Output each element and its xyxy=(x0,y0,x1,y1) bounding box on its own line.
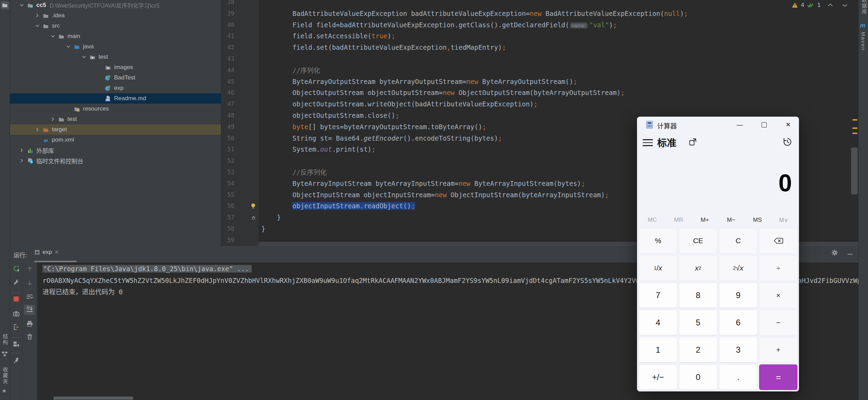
tree-item-3[interactable]: main xyxy=(10,31,221,41)
key-one[interactable]: 1 xyxy=(639,337,677,363)
maven-toolwindow-button[interactable]: Maven xyxy=(860,32,866,51)
layout-icon[interactable] xyxy=(13,341,19,347)
code-line-40[interactable]: 40Field field=badAttributeValueExpExcept… xyxy=(221,19,868,30)
run-tab-exp[interactable]: exp ✕ xyxy=(34,249,59,256)
editor-vertical-scrollbar[interactable] xyxy=(851,147,858,194)
key-three[interactable]: 3 xyxy=(719,337,757,363)
stripe-mark[interactable] xyxy=(852,133,857,134)
key-percent[interactable]: % xyxy=(639,228,677,254)
key-zero[interactable]: 0 xyxy=(679,364,717,390)
key-negate[interactable]: +/− xyxy=(639,364,677,390)
hide-panel-icon[interactable] xyxy=(848,254,852,255)
tree-item-9[interactable]: MDReadme.md xyxy=(10,93,221,104)
tree-item-12[interactable]: target xyxy=(10,124,221,135)
memory-recall-button[interactable]: MR xyxy=(665,215,692,226)
camera-icon[interactable] xyxy=(13,311,19,317)
key-clear-entry[interactable]: CE xyxy=(679,228,717,254)
tree-item-2[interactable]: src xyxy=(10,21,221,31)
key-eight[interactable]: 8 xyxy=(679,283,717,308)
code-line-47[interactable]: 47objectOutputStream.writeObject(badAttr… xyxy=(221,98,868,110)
fold-region-icon[interactable] xyxy=(251,215,256,220)
exit-icon[interactable] xyxy=(13,324,19,330)
chevron-down-icon[interactable] xyxy=(19,2,25,8)
keep-on-top-icon[interactable] xyxy=(688,137,697,146)
tree-item-1[interactable]: .idea xyxy=(10,10,221,21)
chevron-down-icon[interactable] xyxy=(81,54,87,60)
tree-item-0[interactable]: cc5D:\WebSecurity\CTF\JAVA\反序列化学习\cc5 xyxy=(10,0,221,10)
key-reciprocal[interactable]: 1/x xyxy=(639,255,677,281)
scroll-to-end-icon[interactable] xyxy=(27,306,33,313)
chevron-down-icon[interactable] xyxy=(50,34,56,39)
tree-item-8[interactable]: Cexp xyxy=(10,83,221,93)
up-stack-icon[interactable] xyxy=(27,266,33,272)
code-line-46[interactable]: 46ObjectOutputStream objectOutputStream=… xyxy=(221,87,868,98)
key-two[interactable]: 2 xyxy=(679,337,717,363)
key-divide[interactable]: ÷ xyxy=(759,255,797,281)
tree-item-6[interactable]: images xyxy=(10,62,221,73)
memory-add-button[interactable]: M+ xyxy=(692,215,718,226)
panel-splitter[interactable] xyxy=(221,0,221,246)
maximize-button[interactable] xyxy=(753,117,775,133)
pin-icon[interactable] xyxy=(13,357,19,363)
key-backspace[interactable] xyxy=(759,228,797,254)
project-toolwindow-button[interactable] xyxy=(1,1,9,9)
memory-clear-button[interactable]: MC xyxy=(639,215,665,226)
stripe-mark[interactable] xyxy=(852,119,857,121)
chevron-right-icon[interactable] xyxy=(19,158,25,163)
memory-dropdown-button[interactable]: M∨ xyxy=(771,215,797,226)
close-button[interactable]: ✕ xyxy=(777,117,799,133)
tree-item-10[interactable]: resources xyxy=(10,104,221,114)
chevron-right-icon[interactable] xyxy=(19,147,25,153)
chevron-down-icon[interactable] xyxy=(66,44,71,49)
tree-item-15[interactable]: 临时文件和控制台 xyxy=(10,155,221,166)
code-line-43[interactable]: 43 xyxy=(221,53,868,65)
history-icon[interactable] xyxy=(782,137,793,147)
code-line-38[interactable]: 38 xyxy=(221,0,868,8)
stop-icon[interactable] xyxy=(13,296,19,302)
favorites-toolwindow-button[interactable]: 收藏夹 xyxy=(1,367,9,384)
code-line-44[interactable]: 44//序列化 xyxy=(221,64,868,76)
key-four[interactable]: 4 xyxy=(639,310,677,335)
tree-item-5[interactable]: test xyxy=(10,52,221,62)
prev-chevron-icon[interactable] xyxy=(828,3,833,8)
print-icon[interactable] xyxy=(27,321,33,327)
hamburger-menu-icon[interactable] xyxy=(643,137,653,148)
key-equals[interactable]: = xyxy=(759,364,797,390)
stripe-mark[interactable] xyxy=(852,127,857,129)
code-line-42[interactable]: 42field.set(badAttributeValueExpExceptio… xyxy=(221,42,868,53)
key-five[interactable]: 5 xyxy=(679,310,717,335)
next-chevron-icon[interactable] xyxy=(842,3,848,8)
down-stack-icon[interactable] xyxy=(27,280,33,286)
key-decimal[interactable]: . xyxy=(719,364,757,390)
tree-item-14[interactable]: 外部库 xyxy=(10,145,221,155)
chevron-right-icon[interactable] xyxy=(35,13,40,18)
tree-item-4[interactable]: java xyxy=(10,41,221,52)
chevron-right-icon[interactable] xyxy=(50,116,56,122)
rerun-icon[interactable] xyxy=(13,265,19,272)
minimize-button[interactable]: — xyxy=(729,117,750,133)
calculator-titlebar[interactable]: 计算器 — ✕ xyxy=(637,117,799,133)
key-subtract[interactable]: − xyxy=(759,310,797,335)
key-six[interactable]: 6 xyxy=(719,310,757,335)
key-square-root[interactable]: 2√x xyxy=(719,255,757,281)
code-line-39[interactable]: 39BadAttributeValueExpException badAttri… xyxy=(221,8,868,19)
tree-item-13[interactable]: mpom.xml xyxy=(10,135,221,145)
memory-subtract-button[interactable]: M− xyxy=(718,215,744,226)
code-line-45[interactable]: 45ByteArrayOutputStream byteArrayOutputS… xyxy=(221,76,868,87)
chevron-down-icon[interactable] xyxy=(35,23,40,29)
soft-wrap-icon[interactable] xyxy=(27,294,33,300)
inspection-widget[interactable]: 4 1 xyxy=(792,1,848,10)
console-horizontal-scrollbar[interactable] xyxy=(54,397,133,400)
key-square[interactable]: x2 xyxy=(679,255,717,281)
database-toolwindow-button[interactable]: 数据库 xyxy=(860,0,868,15)
chevron-right-icon[interactable] xyxy=(35,127,40,132)
wrench-icon[interactable] xyxy=(13,279,19,285)
key-seven[interactable]: 7 xyxy=(639,283,677,308)
code-line-41[interactable]: 41field.setAccessible(true); xyxy=(221,30,868,42)
close-tab-icon[interactable]: ✕ xyxy=(54,249,59,255)
key-nine[interactable]: 9 xyxy=(719,283,757,308)
intention-bulb-icon[interactable] xyxy=(250,203,256,209)
tree-item-7[interactable]: CBadTest xyxy=(10,73,221,83)
memory-store-button[interactable]: MS xyxy=(744,215,771,226)
key-multiply[interactable]: × xyxy=(759,283,797,308)
